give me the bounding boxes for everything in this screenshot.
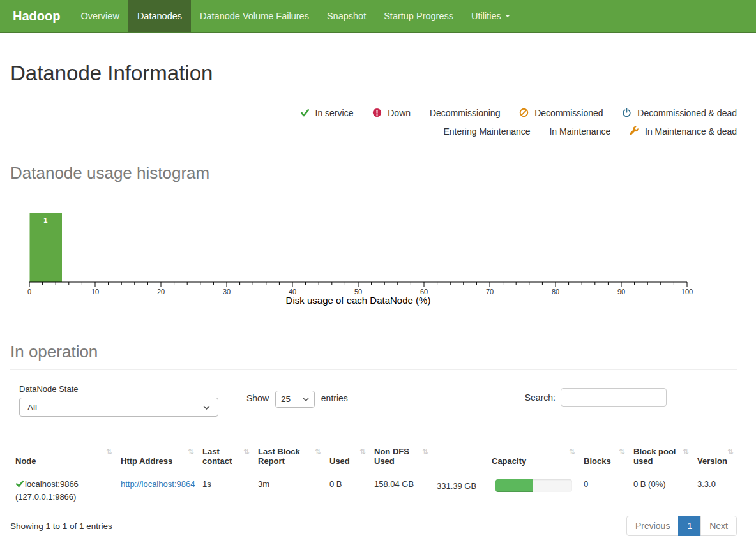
legend-label: Decommissioned & dead	[637, 108, 737, 118]
table-controls: DataNode State All Show 25 entries Searc…	[10, 383, 737, 433]
column-header-non-dfs-used[interactable]: Non DFS Used⇅	[369, 442, 432, 472]
capacity-bar-fill	[495, 479, 533, 492]
column-header-block-pool-used[interactable]: Block pool used⇅	[628, 442, 692, 472]
sort-icon: ⇅	[243, 447, 250, 456]
nav-item-overview[interactable]: Overview	[72, 0, 128, 32]
chevron-down-icon	[203, 405, 210, 410]
sort-icon: ⇅	[683, 447, 689, 456]
column-header-node[interactable]: Node⇅	[10, 442, 116, 472]
ban-circle-icon	[519, 108, 529, 117]
legend-label: Entering Maintenance	[443, 126, 530, 137]
capacity-cell: 331.39 GB	[432, 472, 578, 509]
svg-text:1: 1	[43, 216, 47, 224]
http-address-link[interactable]: http://localhost:9864	[121, 479, 195, 489]
sort-icon: ⇅	[569, 447, 575, 456]
column-header-used[interactable]: Used⇅	[324, 442, 369, 472]
nav-item-snapshot[interactable]: Snapshot	[318, 0, 375, 32]
nav-item-utilities[interactable]: Utilities	[462, 0, 519, 32]
search-label: Search:	[525, 392, 556, 403]
sort-icon: ⇅	[359, 447, 366, 456]
sort-icon: ⇅	[619, 447, 625, 456]
svg-text:20: 20	[157, 288, 165, 295]
nav-label: Datanodes	[137, 11, 182, 21]
chevron-down-icon	[505, 15, 510, 17]
svg-text:70: 70	[486, 288, 494, 295]
svg-text:Disk usage of each DataNode (%: Disk usage of each DataNode (%)	[286, 295, 431, 306]
page-length-select[interactable]: 25	[275, 391, 315, 408]
legend-label: Decommissioning	[430, 108, 500, 118]
column-header-last-block-report[interactable]: Last Block Report⇅	[253, 442, 324, 472]
legend-in-maintenance-dead: In Maintenance & dead	[630, 126, 737, 137]
sort-icon: ⇅	[188, 447, 194, 456]
page-1-button[interactable]: 1	[678, 516, 701, 536]
page-length-value: 25	[281, 394, 291, 404]
status-legend: In service Down Decommissioning Decommis…	[10, 108, 737, 137]
column-header-blocks[interactable]: Blocks⇅	[578, 442, 628, 472]
page-title: Datanode Information	[10, 61, 737, 86]
show-label: Show	[246, 393, 269, 403]
nav-label: Overview	[80, 11, 119, 21]
http-address-cell: http://localhost:9864	[116, 472, 197, 509]
column-header-capacity[interactable]: Capacity⇅	[432, 442, 578, 472]
navbar: Hadoop Overview Datanodes Datanode Volum…	[0, 0, 756, 33]
divider	[10, 96, 737, 96]
column-header-last-contact[interactable]: Last contact⇅	[197, 442, 253, 472]
table-info: Showing 1 to 1 of 1 entries	[10, 521, 112, 531]
legend-decommissioned: Decommissioned	[519, 108, 605, 118]
nav-item-datanode-volume-failures[interactable]: Datanode Volume Failures	[191, 0, 318, 32]
divider	[10, 191, 737, 191]
legend-row-2: Entering Maintenance In Maintenance In M…	[10, 126, 737, 137]
nav-label: Datanode Volume Failures	[200, 11, 309, 21]
pagination: Previous 1 Next	[627, 516, 737, 536]
brand-hadoop[interactable]: Hadoop	[0, 0, 72, 32]
datanode-state-select[interactable]: All	[19, 398, 218, 417]
datanode-state-value: All	[27, 403, 37, 412]
nav-label: Snapshot	[327, 11, 366, 21]
datanode-state-filter: DataNode State All	[19, 384, 218, 417]
power-icon	[622, 108, 631, 117]
legend-label: In Maintenance & dead	[645, 126, 737, 137]
table-row: localhost:9866 (127.0.0.1:9866) http://l…	[10, 472, 737, 509]
legend-decommissioning: Decommissioning	[430, 108, 503, 118]
legend-in-service: In service	[300, 108, 356, 118]
datanodes-table: Node⇅ Http Address⇅ Last contact⇅ Last B…	[10, 442, 737, 509]
nav-label: Startup Progress	[384, 11, 453, 21]
legend-label: In service	[315, 108, 354, 118]
search-input[interactable]	[561, 388, 667, 407]
legend-label: In Maintenance	[549, 126, 610, 137]
sort-icon: ⇅	[106, 447, 112, 456]
legend-in-maintenance: In Maintenance	[549, 126, 613, 137]
in-service-check-icon	[15, 479, 24, 488]
node-address: localhost:9866	[25, 479, 79, 489]
column-header-version[interactable]: Version⇅	[692, 442, 737, 472]
version-cell: 3.3.0	[692, 472, 737, 509]
svg-text:0: 0	[27, 288, 31, 295]
wrench-icon	[630, 126, 639, 136]
histogram-section-title: Datanode usage histogram	[10, 163, 737, 183]
page-length-control: Show 25 entries	[246, 391, 348, 408]
legend-down: Down	[372, 108, 413, 118]
svg-text:90: 90	[617, 288, 625, 295]
next-page-button[interactable]: Next	[700, 516, 737, 536]
nav-item-startup-progress[interactable]: Startup Progress	[375, 0, 462, 32]
nav-item-datanodes[interactable]: Datanodes	[128, 0, 191, 32]
exclamation-circle-icon	[372, 108, 382, 117]
legend-decommissioned-dead: Decommissioned & dead	[622, 108, 737, 118]
sort-icon: ⇅	[727, 447, 734, 456]
search-control: Search:	[525, 388, 667, 407]
legend-row-1: In service Down Decommissioning Decommis…	[10, 108, 737, 118]
sort-icon: ⇅	[315, 447, 321, 456]
previous-page-button[interactable]: Previous	[626, 516, 679, 536]
entries-label: entries	[321, 393, 348, 403]
usage-histogram-chart: 10102030405060708090100Disk usage of eac…	[10, 211, 737, 308]
blocks-cell: 0	[578, 472, 628, 509]
used-cell: 0 B	[324, 472, 369, 509]
divider	[10, 369, 737, 370]
svg-text:30: 30	[223, 288, 231, 295]
last-block-report-cell: 3m	[253, 472, 324, 509]
column-header-http-address[interactable]: Http Address⇅	[116, 442, 197, 472]
block-pool-used-cell: 0 B (0%)	[628, 472, 692, 509]
node-cell: localhost:9866 (127.0.0.1:9866)	[10, 472, 116, 509]
sort-icon: ⇅	[422, 447, 428, 456]
chevron-down-icon	[303, 398, 309, 401]
